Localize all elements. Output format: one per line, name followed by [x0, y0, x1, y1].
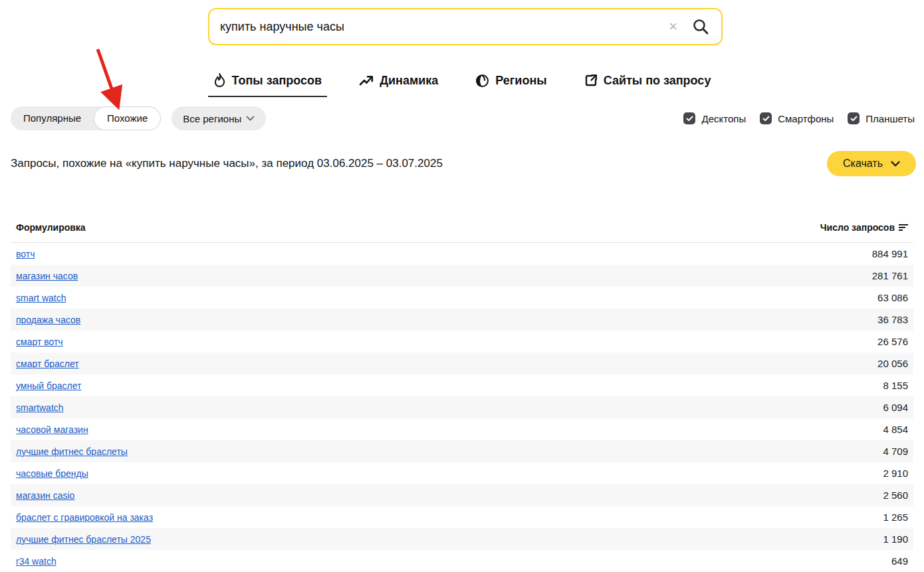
query-count: 2 910	[883, 468, 908, 479]
query-count: 26 576	[877, 336, 908, 347]
wordstat-page: × Топы запросов Ди	[0, 0, 924, 572]
table-row: умный браслет 8 155	[11, 374, 913, 396]
tab-label: Динамика	[380, 74, 438, 88]
query-link[interactable]: браслет с гравировкой на заказ	[16, 512, 153, 523]
query-link[interactable]: вотч	[16, 249, 35, 259]
segment-popular[interactable]: Популярные	[11, 106, 94, 130]
download-button[interactable]: Скачать	[827, 151, 916, 176]
tab-label: Регионы	[495, 74, 546, 88]
query-link[interactable]: продажа часов	[16, 315, 80, 325]
region-selector[interactable]: Все регионы	[172, 106, 266, 130]
column-header-query: Формулировка	[16, 222, 86, 233]
summary-row: Запросы, похожие на «купить наручные час…	[11, 151, 916, 176]
table-row: r34 watch 649	[11, 550, 913, 572]
query-link[interactable]: лучшие фитнес браслеты 2025	[16, 534, 151, 545]
query-count: 649	[891, 555, 908, 567]
tab-dynamics[interactable]: Динамика	[354, 71, 443, 97]
tab-label: Топы запросов	[232, 74, 322, 88]
checkbox-checked-icon	[848, 112, 860, 124]
table-header: Формулировка Число запросов	[11, 222, 913, 242]
trend-up-icon	[359, 74, 374, 87]
chevron-down-icon	[891, 161, 900, 167]
query-link[interactable]: лучшие фитнес браслеты	[16, 446, 128, 457]
query-count: 1 265	[883, 511, 908, 523]
table-row: smart watch 63 086	[11, 287, 913, 309]
segment-similar[interactable]: Похожие	[94, 106, 161, 130]
query-link[interactable]: смарт вотч	[16, 337, 63, 347]
search-bar: ×	[208, 8, 723, 45]
query-link[interactable]: магазин casio	[16, 490, 74, 501]
sort-descending-icon	[899, 224, 908, 231]
table-row: вотч 884 991	[11, 243, 913, 265]
checkbox-smartphones[interactable]: Смартфоны	[760, 112, 834, 124]
column-header-count-label: Число запросов	[820, 222, 895, 233]
query-count: 4 854	[883, 424, 908, 435]
checkbox-label: Десктопы	[701, 113, 746, 124]
query-link[interactable]: часовой магазин	[16, 424, 88, 435]
tab-sites-by-query[interactable]: Сайты по запросу	[579, 71, 717, 97]
query-link[interactable]: r34 watch	[16, 556, 57, 567]
region-selector-label: Все регионы	[183, 113, 241, 124]
checkbox-desktops[interactable]: Десктопы	[683, 112, 746, 124]
query-link[interactable]: смарт браслет	[16, 358, 79, 369]
query-count: 36 783	[877, 314, 908, 325]
column-header-count[interactable]: Число запросов	[820, 222, 908, 233]
checkbox-checked-icon	[760, 112, 772, 124]
table-body: вотч 884 991 магазин часов 281 761 smart…	[11, 243, 913, 572]
chevron-down-icon	[246, 116, 255, 121]
table-row: часовой магазин 4 854	[11, 418, 913, 440]
table-row: лучшие фитнес браслеты 2025 1 190	[11, 528, 913, 550]
flame-icon	[213, 73, 226, 88]
checkbox-label: Смартфоны	[778, 113, 834, 124]
query-link[interactable]: умный браслет	[16, 380, 81, 391]
tab-bar: Топы запросов Динамика Регионы Сайты п	[0, 71, 924, 97]
table-row: магазин часов 281 761	[11, 265, 913, 287]
query-link[interactable]: smartwatch	[16, 402, 64, 413]
query-count: 2 560	[883, 490, 908, 501]
globe-icon	[475, 74, 489, 88]
queries-table: Формулировка Число запросов вотч 884 991…	[11, 222, 913, 572]
device-filter-group: Десктопы Смартфоны Планшеты	[683, 112, 915, 124]
table-row: лучшие фитнес браслеты 4 709	[11, 440, 913, 462]
query-count: 6 094	[883, 402, 908, 413]
search-input[interactable]	[220, 20, 669, 34]
table-row: магазин casio 2 560	[11, 484, 913, 506]
tab-label: Сайты по запросу	[604, 74, 711, 88]
query-count: 8 155	[883, 380, 908, 391]
clear-search-icon[interactable]: ×	[669, 19, 677, 34]
query-count: 20 056	[877, 358, 908, 369]
query-count: 4 709	[883, 446, 908, 457]
query-link[interactable]: часовые бренды	[16, 468, 88, 479]
query-link[interactable]: магазин часов	[16, 271, 78, 281]
filter-row: Популярные Похожие Все регионы Десктопы	[11, 106, 915, 130]
checkbox-label: Планшеты	[866, 113, 915, 124]
query-count: 63 086	[877, 292, 908, 303]
table-row: смарт браслет 20 056	[11, 353, 913, 374]
query-count: 1 190	[883, 533, 908, 545]
table-row: браслет с гравировкой на заказ 1 265	[11, 506, 913, 528]
checkbox-checked-icon	[683, 112, 695, 124]
table-row: часовые бренды 2 910	[11, 462, 913, 484]
table-row: продажа часов 36 783	[11, 309, 913, 331]
external-link-icon	[584, 74, 598, 87]
checkbox-tablets[interactable]: Планшеты	[848, 112, 915, 124]
tab-top-queries[interactable]: Топы запросов	[208, 71, 328, 97]
query-count: 884 991	[872, 248, 908, 259]
table-row: smartwatch 6 094	[11, 396, 913, 418]
download-button-label: Скачать	[843, 158, 883, 170]
query-count: 281 761	[872, 270, 908, 281]
tab-regions[interactable]: Регионы	[470, 71, 552, 97]
search-icon[interactable]	[692, 18, 709, 35]
table-row: смарт вотч 26 576	[11, 331, 913, 353]
results-summary: Запросы, похожие на «купить наручные час…	[11, 157, 443, 170]
query-type-segmented-control: Популярные Похожие	[11, 106, 161, 130]
query-link[interactable]: smart watch	[16, 293, 66, 303]
